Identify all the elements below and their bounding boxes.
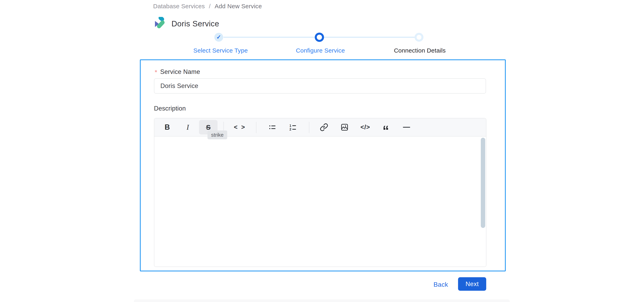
strikethrough-icon: S — [206, 124, 211, 131]
bullet-list-button[interactable] — [263, 120, 282, 134]
link-button[interactable] — [315, 120, 333, 134]
svg-text:1: 1 — [290, 124, 291, 128]
svg-text:2: 2 — [290, 128, 291, 131]
description-label: Description — [154, 105, 186, 112]
italic-icon: I — [186, 123, 189, 132]
inline-code-button[interactable]: < > — [231, 120, 249, 134]
description-editor: B I S < > — [154, 118, 486, 267]
required-marker: * — [155, 69, 157, 76]
breadcrumb-add-new-service[interactable]: Add New Service — [215, 3, 262, 10]
editor-toolbar: B I S < > — [154, 118, 486, 136]
ordered-list-icon: 1 2 — [289, 123, 297, 131]
service-name-label: Service Name — [160, 68, 200, 76]
inline-code-icon: < > — [234, 124, 246, 131]
service-name-input[interactable] — [154, 78, 486, 94]
breadcrumb-database-services[interactable]: Database Services — [153, 3, 205, 10]
code-block-button[interactable]: </> — [356, 120, 374, 134]
next-button-label: Next — [466, 280, 478, 288]
image-icon — [340, 123, 349, 132]
toolbar-divider — [309, 122, 309, 133]
breadcrumb: Database Services / Add New Service — [153, 3, 262, 10]
bold-button[interactable]: B — [158, 120, 176, 134]
stepper-connector-2 — [324, 37, 415, 38]
stepper-connector-1 — [224, 37, 315, 38]
page-title: Doris Service — [172, 19, 219, 28]
step-3-circle-upcoming[interactable] — [414, 33, 424, 42]
step-label-configure-service[interactable]: Configure Service — [296, 47, 345, 54]
next-section-edge — [134, 300, 510, 302]
editor-scrollbar-thumb[interactable] — [481, 138, 485, 228]
blockquote-button[interactable]: “ — [376, 120, 395, 134]
ordered-list-button[interactable]: 1 2 — [284, 120, 302, 134]
horizontal-rule-button[interactable] — [397, 120, 416, 134]
strike-tooltip: strike — [208, 130, 227, 139]
description-text-area[interactable] — [154, 137, 486, 266]
step-label-select-service-type[interactable]: Select Service Type — [194, 47, 248, 54]
bold-icon: B — [164, 123, 170, 132]
step-label-connection-details[interactable]: Connection Details — [394, 47, 446, 54]
breadcrumb-separator: / — [209, 3, 211, 10]
back-button[interactable]: Back — [434, 281, 448, 288]
image-button[interactable] — [335, 120, 354, 134]
code-block-icon: </> — [360, 124, 370, 131]
configure-service-panel: * Service Name Description B I S < > — [140, 60, 506, 272]
step-2-circle-active[interactable] — [315, 32, 324, 42]
bullet-list-icon — [268, 123, 276, 131]
horizontal-rule-icon — [403, 127, 410, 128]
link-icon — [320, 123, 328, 132]
italic-button[interactable]: I — [178, 120, 197, 134]
check-icon: ✓ — [216, 34, 221, 40]
next-button[interactable]: Next — [458, 277, 486, 291]
doris-logo-icon — [154, 17, 166, 30]
step-1-circle-completed[interactable]: ✓ — [214, 33, 223, 42]
strike-tooltip-text: strike — [211, 132, 224, 138]
toolbar-divider — [256, 122, 256, 133]
